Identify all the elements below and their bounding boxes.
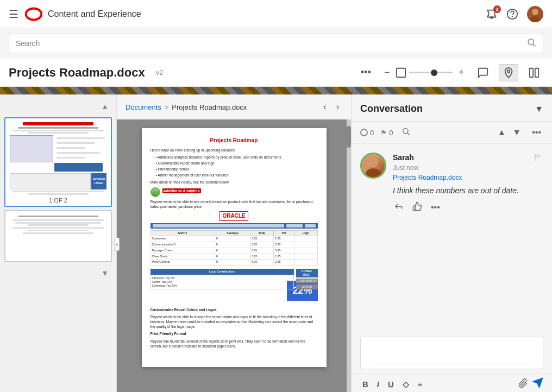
format-list-button[interactable]: ≡ [416, 378, 425, 390]
message-avatar [360, 153, 386, 179]
format-italic-button[interactable]: I [375, 378, 381, 390]
svg-point-15 [366, 168, 381, 179]
svg-point-0 [26, 8, 42, 20]
format-underline-button[interactable]: U [386, 378, 396, 390]
breadcrumb-documents[interactable]: Documents [126, 103, 161, 111]
reply-text-area[interactable] [365, 342, 538, 363]
svg-point-6 [528, 39, 534, 45]
conversation-title: Conversation [360, 103, 531, 115]
notification-badge: 1 [493, 5, 501, 13]
format-eraser-button[interactable]: ◇ [400, 378, 411, 390]
doc-data-table: MetricAverageTotalPctHigh Customers03.95… [150, 230, 318, 265]
bullet-2: • Customizable report colors and logo [156, 161, 318, 166]
search-comments-button[interactable] [399, 126, 412, 139]
notification-button[interactable]: 1 [486, 8, 498, 20]
doc-table-header [150, 223, 318, 229]
flags-count: 0 [389, 129, 393, 137]
bullet-1: • Additional analytics features: reports… [156, 155, 318, 160]
page-intro: Here's what we have coming up in upcomin… [150, 148, 318, 153]
reply-toolbar: B I U ◇ ≡ [352, 374, 552, 392]
oracle-logo-doc: ORACLE [150, 211, 318, 221]
help-button[interactable] [506, 8, 518, 20]
svg-point-3 [512, 16, 513, 17]
page-nav-next[interactable]: › [333, 100, 342, 114]
collapse-thumbnail-button[interactable]: ‹ [114, 238, 120, 251]
message-actions: ••• [393, 200, 543, 214]
oracle-logo [25, 5, 42, 23]
prev-comment-button[interactable]: ▲ [495, 127, 509, 138]
flag-icon: ⚑ [380, 129, 387, 137]
zoom-controls: − + [381, 65, 467, 80]
thumb-scroll-down[interactable]: ▼ [98, 267, 112, 280]
section2-title: Customizable Report Colors and Logos [150, 307, 318, 312]
conversation-messages: Sarah Just now Projects Roadmap.docx [352, 144, 552, 332]
conversation-dropdown[interactable]: ▼ [535, 104, 543, 114]
breadcrumb: Documents > Projects Roadmap.docx ‹ › [117, 94, 351, 119]
search-bar [9, 34, 543, 53]
section-desc: More detail on their needs, see the sect… [150, 180, 318, 185]
svg-line-13 [407, 133, 410, 135]
comment-button[interactable] [474, 65, 492, 81]
svg-point-4 [532, 9, 538, 15]
page-scrollbar-v[interactable] [347, 119, 351, 392]
message-author: Sarah [393, 153, 414, 162]
message-doc-link[interactable]: Projects Roadmap.docx [393, 174, 462, 181]
attach-button[interactable] [518, 378, 528, 390]
document-page: Projects Roadmap Here's what we have com… [142, 128, 327, 367]
highlight-section: Additional Analytics [162, 188, 201, 194]
svg-rect-10 [530, 68, 533, 77]
breadcrumb-separator: > [165, 103, 169, 111]
flags-stat: ⚑ 0 [380, 129, 393, 137]
message-time: Just now [393, 164, 418, 172]
user-avatar[interactable] [527, 6, 543, 22]
svg-point-9 [507, 69, 510, 72]
section3-text: Rayvee has found that several of the rep… [150, 339, 318, 349]
comments-icon [360, 129, 368, 136]
message-body: Sarah Just now Projects Roadmap.docx [393, 153, 543, 214]
bullet-4: • Admin management of user lock-out feat… [156, 173, 318, 178]
format-bold-button[interactable]: B [360, 378, 371, 390]
svg-rect-11 [535, 68, 538, 77]
svg-rect-1 [490, 17, 493, 18]
section3-title: Print-Friendly Format [150, 331, 318, 336]
local-contributions: Local Contributions [150, 269, 294, 275]
conversation-header: Conversation ▼ [352, 94, 552, 122]
svg-line-7 [533, 44, 535, 46]
reply-input-box[interactable] [360, 337, 543, 369]
oracle-brand: ORACLE [219, 211, 248, 221]
comments-count: 0 [370, 129, 374, 137]
nav-icons: 1 [486, 6, 543, 22]
svg-point-14 [368, 158, 378, 168]
conversation-panel: Conversation ▼ 0 ⚑ 0 ▲ ▼ [351, 94, 552, 392]
thumbnail-page1[interactable]: POWERUSER 1 OF 2 [4, 117, 112, 207]
message-item: Sarah Just now Projects Roadmap.docx [360, 153, 543, 214]
doc-title: Projects Roadmap.docx [9, 66, 145, 80]
next-comment-button[interactable]: ▼ [510, 127, 523, 138]
comment-nav-arrows: ▲ ▼ [495, 127, 524, 138]
comment-more-button[interactable]: ••• [530, 127, 543, 138]
send-button[interactable] [532, 377, 543, 391]
search-icon[interactable] [526, 37, 536, 49]
zoom-slider[interactable] [409, 72, 453, 73]
message-flag-button[interactable] [534, 153, 543, 165]
zoom-square-icon [395, 67, 407, 79]
doc-toolbar: Projects Roadmap.docx v2 ••• − + [0, 59, 552, 87]
message-more-button[interactable]: ••• [430, 201, 441, 213]
zoom-out-button[interactable]: − [381, 65, 393, 80]
reply-button[interactable] [393, 200, 405, 214]
doc-viewer: ▲ [0, 94, 351, 392]
doc-version: v2 [156, 68, 164, 77]
page-nav-prev[interactable]: ‹ [320, 100, 329, 114]
layout-button[interactable] [525, 65, 543, 81]
thumbnail-page2[interactable] [4, 210, 112, 262]
thumb-scroll-up[interactable]: ▲ [98, 100, 112, 113]
annotation-button[interactable] [499, 64, 518, 81]
zoom-in-button[interactable]: + [455, 65, 467, 80]
breadcrumb-current: Projects Roadmap.docx [172, 103, 247, 111]
search-input[interactable] [16, 39, 522, 48]
svg-point-12 [403, 129, 408, 134]
like-button[interactable] [411, 200, 423, 214]
viewer-wrap: Documents > Projects Roadmap.docx ‹ › Pr… [117, 94, 351, 392]
hamburger-menu[interactable]: ☰ [9, 8, 18, 21]
more-options-button[interactable]: ••• [357, 65, 374, 80]
